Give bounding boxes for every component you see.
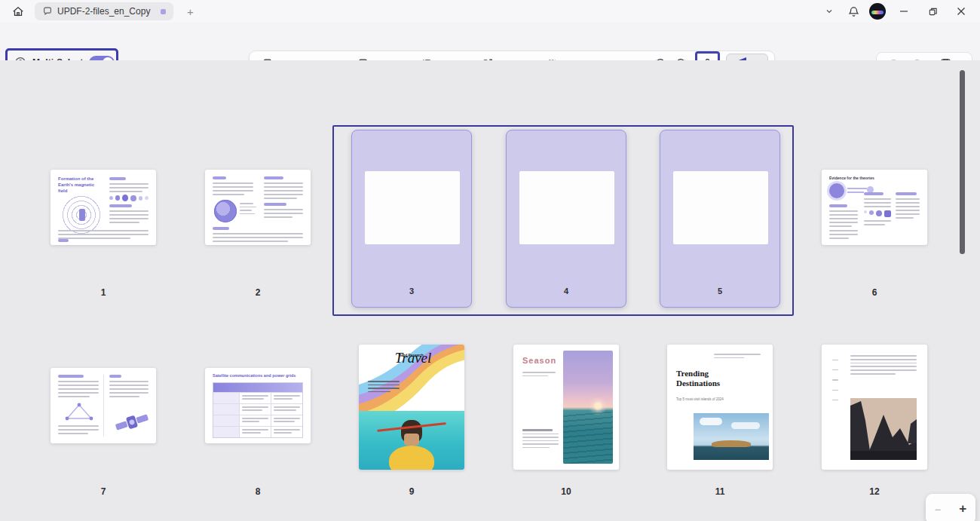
updf-logo-icon: [42, 6, 53, 17]
page-thumbnail-7[interactable]: [51, 368, 156, 443]
island-photo: [694, 413, 769, 460]
travel-title: Travel: [371, 349, 455, 368]
notifications-button[interactable]: [843, 2, 864, 21]
page-thumbnail-1[interactable]: Formation of the Earth's magnetic field: [51, 170, 156, 245]
vertical-scrollbar-thumb[interactable]: [960, 70, 965, 254]
trending-subtitle: Top 5 must-visit islands of 2024: [676, 397, 744, 402]
page-number: 12: [822, 486, 927, 497]
page-thumbnail-4-selected[interactable]: 4: [506, 130, 626, 308]
page-content-preview: [673, 171, 768, 244]
page-number: 5: [660, 287, 779, 296]
sun-diagram: [829, 183, 844, 198]
page-thumbnail-11[interactable]: Trending Destinations Top 5 must-visit i…: [667, 345, 773, 470]
page-content-preview: [365, 171, 460, 244]
page-thumbnail-9[interactable]: Travel Trend Research: [359, 345, 464, 470]
bell-icon: [847, 5, 860, 18]
page-number: 8: [205, 486, 311, 497]
page-number: 9: [359, 486, 464, 497]
toolbar-row: Multi-Select Select Pages Insert Ex: [0, 23, 980, 60]
page1-title: Formation of the Earth's magnetic field: [58, 176, 99, 194]
unsaved-indicator: [161, 9, 166, 14]
page-thumbnail-12[interactable]: [822, 345, 927, 470]
thumbnail-zoom-control: − +: [926, 494, 975, 521]
minimize-icon: [899, 7, 908, 16]
restore-icon: [928, 7, 938, 17]
page-number: 6: [822, 287, 927, 298]
titlebar: UPDF-2-files_en_Copy +: [0, 0, 980, 23]
triangle-diagram: [63, 403, 96, 422]
page6-title: Evidence for the theories: [829, 176, 897, 181]
page-number: 1: [51, 287, 156, 298]
sunset-photo: [563, 351, 613, 464]
page-number: 10: [513, 486, 619, 497]
account-avatar[interactable]: [867, 2, 888, 21]
zoom-in-button[interactable]: +: [959, 501, 966, 516]
sphere-diagram: [214, 200, 237, 222]
chevron-down-icon: [826, 9, 832, 14]
page-thumbnail-8[interactable]: Satellite communications and power grids: [205, 368, 311, 443]
rock-photo: [850, 398, 917, 460]
page-number: 7: [51, 486, 156, 497]
season-title: Season: [522, 355, 556, 366]
tab-title: UPDF-2-files_en_Copy: [57, 6, 150, 17]
close-window-button[interactable]: [948, 1, 974, 22]
home-icon: [11, 5, 25, 18]
page-thumbnail-2[interactable]: [205, 170, 311, 245]
sea-photo: [359, 411, 464, 470]
trending-title: Trending Destinations: [676, 369, 752, 388]
page8-title: Satellite communications and power grids: [213, 373, 306, 378]
titlebar-dropdown-button[interactable]: [819, 2, 840, 21]
zoom-out-button[interactable]: −: [935, 503, 942, 516]
page-number: 2: [205, 287, 311, 298]
travel-subtitle: Trend Research: [398, 354, 424, 358]
table-mock: [213, 382, 303, 438]
page-number: 3: [352, 287, 471, 296]
page-number: 4: [507, 287, 626, 296]
page-thumbnail-3-selected[interactable]: 3: [351, 130, 472, 308]
close-icon: [957, 7, 966, 16]
page-thumbnail-10[interactable]: Season: [513, 345, 619, 470]
minimize-button[interactable]: [891, 1, 917, 22]
new-tab-button[interactable]: +: [182, 5, 198, 18]
page-content-preview: [519, 171, 614, 244]
page-thumbnails-canvas: Formation of the Earth's magnetic field …: [0, 60, 980, 521]
page-thumbnail-5-selected[interactable]: 5: [660, 130, 780, 308]
home-button[interactable]: [8, 2, 29, 20]
avatar: [869, 3, 886, 20]
page-thumbnail-6[interactable]: Evidence for the theories: [822, 170, 927, 245]
restore-button[interactable]: [920, 1, 945, 22]
document-tab[interactable]: UPDF-2-files_en_Copy: [35, 2, 173, 20]
page-number: 11: [667, 486, 773, 497]
satellite-illustration: [114, 407, 150, 437]
